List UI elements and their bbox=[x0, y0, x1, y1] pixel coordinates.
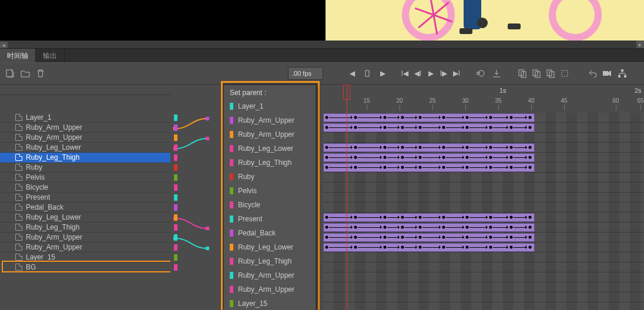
keyframe[interactable] bbox=[419, 246, 422, 249]
keyframe[interactable] bbox=[489, 236, 492, 239]
layer-color-chip[interactable] bbox=[174, 124, 177, 131]
keyframe[interactable] bbox=[529, 166, 532, 169]
layer-color-chip[interactable] bbox=[174, 264, 177, 271]
delete-icon[interactable] bbox=[35, 68, 46, 79]
loop-icon[interactable] bbox=[476, 68, 487, 79]
fps-display[interactable]: .00 fps bbox=[288, 67, 323, 80]
keyframe[interactable] bbox=[384, 146, 387, 149]
keyframe[interactable] bbox=[489, 166, 492, 169]
keyframe[interactable] bbox=[510, 126, 513, 129]
preview-horizontal-scrollbar[interactable]: ◂ ▸ bbox=[0, 41, 644, 48]
keyframe[interactable] bbox=[510, 166, 513, 169]
keyframe[interactable] bbox=[489, 156, 492, 159]
keyframe[interactable] bbox=[489, 246, 492, 249]
go-start-icon[interactable]: I◀ bbox=[400, 68, 410, 79]
keyframe[interactable] bbox=[442, 236, 445, 239]
keyframe[interactable] bbox=[419, 116, 422, 119]
keyframe[interactable] bbox=[510, 226, 513, 229]
play2-icon[interactable]: ▶ bbox=[425, 68, 436, 79]
keyframe[interactable] bbox=[419, 236, 422, 239]
keyframe[interactable] bbox=[384, 246, 387, 249]
keyframe[interactable] bbox=[384, 216, 387, 219]
keyframe[interactable] bbox=[401, 116, 404, 119]
keyframe[interactable] bbox=[354, 166, 357, 169]
chevron-down-icon[interactable]: ▾ bbox=[603, 68, 613, 79]
hierarchy-icon[interactable] bbox=[617, 68, 628, 79]
layer-color-chip[interactable] bbox=[174, 254, 177, 261]
keyframe[interactable] bbox=[354, 156, 357, 159]
marker-icon[interactable] bbox=[559, 68, 570, 79]
menu-item[interactable]: Ruby_Leg_Thigh bbox=[224, 156, 316, 170]
menu-item[interactable]: Bicycle bbox=[224, 198, 316, 212]
menu-item[interactable]: Ruby_Arm_Upper bbox=[224, 127, 316, 141]
keyframe[interactable] bbox=[384, 116, 387, 119]
menu-item[interactable]: Layer_15 bbox=[224, 296, 316, 310]
menu-item[interactable]: Layer_1 bbox=[224, 99, 316, 113]
layer-color-chip[interactable] bbox=[174, 234, 177, 241]
keyframe[interactable] bbox=[466, 246, 469, 249]
keyframe[interactable] bbox=[354, 126, 357, 129]
keyframe[interactable] bbox=[442, 156, 445, 159]
keyframe[interactable] bbox=[466, 126, 469, 129]
keyframe[interactable] bbox=[401, 156, 404, 159]
keyframe[interactable] bbox=[510, 146, 513, 149]
keyframe[interactable] bbox=[489, 216, 492, 219]
keyframe[interactable] bbox=[419, 166, 422, 169]
keyframe[interactable] bbox=[326, 156, 328, 159]
menu-item[interactable]: Pedal_Back bbox=[224, 226, 316, 240]
menu-item[interactable]: Pelvis bbox=[224, 184, 316, 198]
keyframe[interactable] bbox=[384, 126, 387, 129]
scroll-right-button[interactable]: ▸ bbox=[636, 41, 644, 48]
keyframe[interactable] bbox=[354, 146, 357, 149]
menu-item[interactable]: Present bbox=[224, 212, 316, 226]
keyframe[interactable] bbox=[326, 216, 328, 219]
menu-item[interactable]: Ruby_Leg_Thigh bbox=[224, 254, 316, 268]
go-end-icon[interactable]: ▶I bbox=[451, 68, 462, 79]
keyframe[interactable] bbox=[510, 156, 513, 159]
keyframe[interactable] bbox=[419, 146, 422, 149]
keyframe[interactable] bbox=[529, 246, 532, 249]
menu-item[interactable]: Ruby_Arm_Upper bbox=[224, 113, 316, 127]
menu-item[interactable]: Ruby_Leg_Lower bbox=[224, 240, 316, 254]
menu-item[interactable]: Ruby_Arm_Upper bbox=[224, 268, 316, 282]
keyframe[interactable] bbox=[466, 146, 469, 149]
layer-color-chip[interactable] bbox=[174, 204, 177, 211]
keyframe[interactable] bbox=[401, 126, 404, 129]
keyframe[interactable] bbox=[354, 216, 357, 219]
keyframe[interactable] bbox=[466, 166, 469, 169]
onion-a-icon[interactable] bbox=[517, 68, 528, 79]
keyframe[interactable] bbox=[354, 246, 357, 249]
layer-color-chip[interactable] bbox=[174, 174, 177, 181]
keyframe[interactable] bbox=[384, 226, 387, 229]
keyframe[interactable] bbox=[401, 216, 404, 219]
tab-output[interactable]: 输出 bbox=[36, 49, 65, 62]
keyframe[interactable] bbox=[326, 226, 328, 229]
keyframe[interactable] bbox=[510, 216, 513, 219]
keyframe[interactable] bbox=[419, 156, 422, 159]
step-back-icon[interactable]: ◀ bbox=[347, 68, 357, 79]
keyframe[interactable] bbox=[442, 116, 445, 119]
keyframe[interactable] bbox=[489, 146, 492, 149]
keyframe[interactable] bbox=[326, 126, 328, 129]
layer-color-chip[interactable] bbox=[174, 194, 177, 201]
timeline-tracks[interactable] bbox=[323, 113, 644, 310]
prev-frame-icon[interactable]: ◀I bbox=[412, 68, 423, 79]
keyframe[interactable] bbox=[419, 226, 422, 229]
keyframe[interactable] bbox=[442, 146, 445, 149]
keyframe[interactable] bbox=[326, 166, 328, 169]
keyframe[interactable] bbox=[466, 216, 469, 219]
keyframe[interactable] bbox=[326, 146, 328, 149]
layer-color-chip[interactable] bbox=[174, 114, 177, 121]
keyframe[interactable] bbox=[510, 116, 513, 119]
onion-b-icon[interactable] bbox=[531, 68, 542, 79]
keyframe[interactable] bbox=[326, 236, 328, 239]
keyframe[interactable] bbox=[529, 126, 532, 129]
keyframe[interactable] bbox=[384, 166, 387, 169]
keyframe[interactable] bbox=[466, 156, 469, 159]
keyframe[interactable] bbox=[354, 226, 357, 229]
keyframe[interactable] bbox=[354, 116, 357, 119]
step-forward-icon[interactable]: ▶ bbox=[377, 68, 388, 79]
keyframe[interactable] bbox=[529, 156, 532, 159]
keyframe[interactable] bbox=[489, 126, 492, 129]
keyframe[interactable] bbox=[442, 166, 445, 169]
